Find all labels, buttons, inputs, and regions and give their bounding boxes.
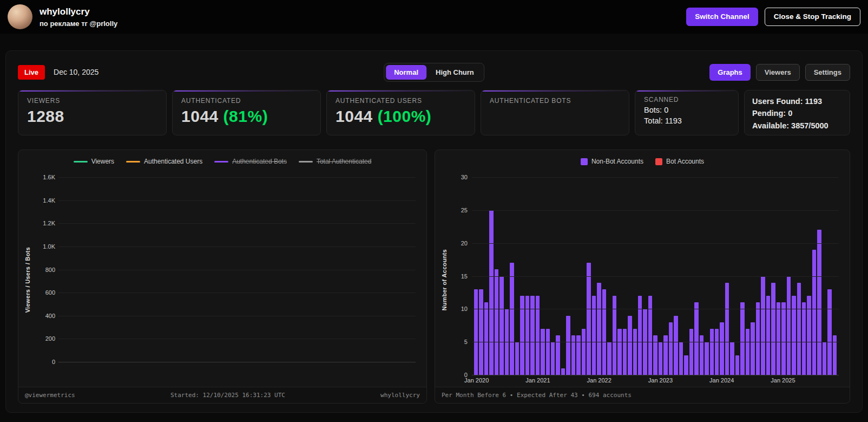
legend-label: Bot Accounts [666, 158, 704, 165]
bar-chart-panel: Non-Bot AccountsBot Accounts Number of A… [435, 150, 850, 404]
bar [628, 316, 632, 375]
close-stop-tracking-button[interactable]: Close & Stop Tracking [765, 8, 860, 26]
bar [561, 368, 565, 375]
bar [689, 329, 693, 375]
legend-item[interactable]: Authenticated Users [126, 158, 202, 165]
bar [700, 335, 703, 375]
mode-high-churn-button[interactable]: High Churn [428, 65, 482, 80]
bar [653, 335, 657, 375]
bar [484, 302, 488, 375]
legend-label: Viewers [91, 158, 114, 165]
gridline [58, 362, 416, 362]
gridline [58, 339, 416, 339]
bar-chart-plot: 302520151050 [472, 177, 839, 375]
bar [756, 302, 760, 375]
tab-settings[interactable]: Settings [805, 64, 850, 81]
card-authenticated: AUTHENTICATED 1044 (81%) [172, 90, 321, 135]
scanned-total-line: Total: 1193 [644, 116, 729, 125]
legend-item[interactable]: Bot Accounts [655, 158, 704, 165]
y-tick-label: 800 [34, 267, 55, 272]
channel-name: whylollycry [40, 6, 117, 18]
bar [663, 335, 667, 375]
bar [792, 296, 795, 375]
x-tick-label: Jan 2023 [648, 377, 673, 384]
bar [761, 276, 765, 375]
bar [777, 302, 780, 375]
gridline [58, 270, 416, 270]
bar [735, 355, 739, 375]
bar [576, 335, 580, 375]
card-scan-summary: Users Found: 1193 Pending: 0 Available: … [744, 90, 850, 135]
gridline [472, 177, 839, 178]
top-bar: whylollycry по рекламе тг @prlolly Switc… [0, 0, 868, 34]
line-chart-plot: 1.6K1.4K1.2K1.0K8006004002000 [58, 177, 416, 362]
dashboard-toolbar: Live Dec 10, 2025 Normal High Churn Grap… [18, 63, 850, 81]
bar [730, 342, 734, 375]
legend-item[interactable]: Authenticated Bots [214, 158, 287, 165]
channel-subtitle: по рекламе тг @prlolly [40, 20, 117, 28]
bar [541, 329, 544, 375]
gridline [58, 246, 416, 247]
bar [705, 342, 708, 375]
card-authenticated-users: AUTHENTICATED USERS 1044 (100%) [326, 90, 475, 135]
accounts-summary-text: Per Month Before 6 • Expected After 43 •… [442, 392, 632, 399]
gridline [472, 210, 839, 211]
legend-marker-total-authenticated [299, 161, 313, 163]
bar [684, 355, 688, 375]
y-tick-label: 15 [449, 273, 468, 279]
tab-graphs[interactable]: Graphs [709, 64, 751, 81]
bar [525, 296, 529, 375]
legend-marker-authenticated-users [126, 161, 140, 163]
bar [771, 283, 775, 375]
gridline [58, 293, 416, 293]
available-line: Available: 3857/5000 [752, 120, 842, 132]
bar [694, 302, 698, 375]
gridline [58, 316, 416, 316]
bar [613, 296, 616, 375]
bar [787, 276, 791, 375]
card-scanned-label: SCANNED [644, 96, 729, 103]
bar [710, 329, 714, 375]
bar [797, 283, 801, 375]
y-tick-label: 30 [449, 174, 468, 180]
channel-titles: whylollycry по рекламе тг @prlolly [40, 6, 117, 27]
view-buttons: Graphs Viewers Settings [709, 64, 850, 81]
card-authenticated-bots: AUTHENTICATED BOTS [481, 90, 629, 135]
authenticated-users-count: 1044 (100%) [336, 107, 466, 126]
switch-channel-button[interactable]: Switch Channel [686, 8, 758, 26]
legend-item[interactable]: Viewers [74, 158, 114, 165]
bar [766, 296, 770, 375]
users-found-line: Users Found: 1193 [752, 95, 842, 107]
bar [812, 250, 816, 375]
bar [781, 302, 785, 375]
legend-item[interactable]: Total Authenticated [299, 158, 371, 165]
mode-normal-button[interactable]: Normal [386, 65, 426, 80]
y-tick-label: 10 [449, 306, 468, 312]
tab-viewers[interactable]: Viewers [756, 64, 800, 81]
line-chart-footer: @viewermetrics Started: 12/10/2025 16:31… [18, 387, 426, 403]
legend-marker-authenticated-bots [214, 161, 228, 163]
bar [520, 296, 524, 375]
legend-marker-non-bot-accounts [581, 158, 588, 165]
bar [556, 335, 560, 375]
legend-item[interactable]: Non-Bot Accounts [581, 158, 643, 165]
header-actions: Switch Channel Close & Stop Tracking [686, 8, 860, 26]
bar [715, 329, 719, 375]
bar [546, 329, 550, 375]
viewers-count: 1288 [27, 107, 157, 126]
card-viewers-label: VIEWERS [27, 97, 157, 105]
bar [648, 296, 652, 375]
bar [597, 283, 601, 375]
bar [638, 296, 642, 375]
bar [536, 296, 540, 375]
y-tick-label: 1.6K [34, 174, 55, 180]
y-tick-label: 600 [34, 290, 55, 296]
dashboard-panel: Live Dec 10, 2025 Normal High Churn Grap… [5, 50, 863, 413]
bar [530, 296, 534, 375]
bar-chart-x-axis: Jan 2020Jan 2021Jan 2022Jan 2023Jan 2024… [474, 375, 837, 386]
bar [669, 322, 673, 375]
stats-cards-row: VIEWERS 1288 AUTHENTICATED 1044 (81%) AU… [18, 90, 850, 135]
bar [571, 335, 575, 375]
pending-line: Pending: 0 [752, 107, 842, 119]
legend-label: Total Authenticated [317, 158, 371, 165]
